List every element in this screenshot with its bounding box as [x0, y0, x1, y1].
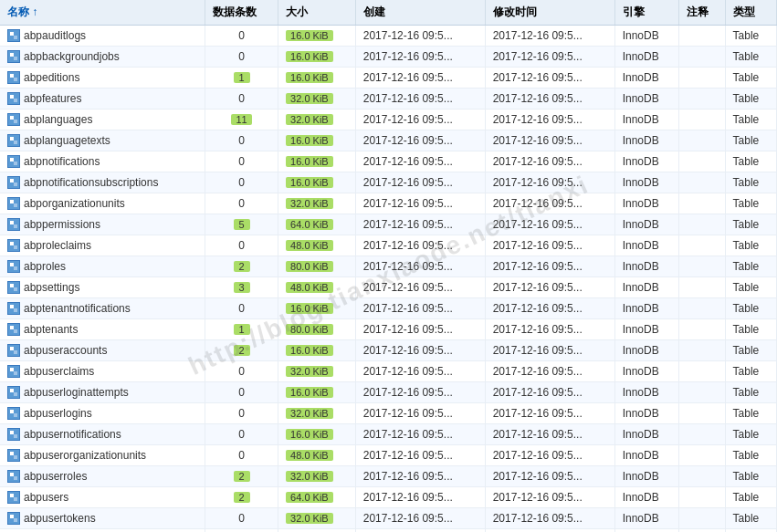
cell-name: abpnotifications — [0, 151, 205, 172]
cell-engine: InnoDB — [614, 382, 678, 403]
cell-created: 2017-12-16 09:5... — [355, 256, 485, 277]
table-row[interactable]: abpuseraccounts216.0 KiB2017-12-16 09:5.… — [0, 340, 777, 361]
table-row[interactable]: abporganizationunits032.0 KiB2017-12-16 … — [0, 193, 777, 214]
row-count: 0 — [238, 407, 245, 420]
cell-name: abplanguages — [0, 110, 205, 130]
table-row[interactable]: abplanguagetexts016.0 KiB2017-12-16 09:5… — [0, 130, 777, 151]
cell-created: 2017-12-16 09:5... — [355, 298, 485, 319]
table-row[interactable]: abppermissions564.0 KiB2017-12-16 09:5..… — [0, 214, 777, 235]
table-name: abpusers — [24, 491, 68, 504]
table-row[interactable]: abpnotificationsubscriptions016.0 KiB201… — [0, 172, 777, 193]
table-row[interactable]: abpuserclaims032.0 KiB2017-12-16 09:5...… — [0, 361, 777, 382]
col-header-rows[interactable]: 数据条数 — [205, 0, 278, 26]
table-name: abppermissions — [24, 218, 100, 231]
col-header-type[interactable]: 类型 — [725, 0, 776, 26]
cell-created: 2017-12-16 09:5... — [355, 151, 485, 172]
cell-type: Table — [725, 424, 776, 445]
cell-engine: InnoDB — [614, 89, 678, 110]
table-row[interactable]: abpuserloginattempts016.0 KiB2017-12-16 … — [0, 382, 777, 403]
cell-rows: 0 — [205, 151, 278, 172]
cell-size: 16.0 KiB — [278, 424, 356, 445]
cell-created: 2017-12-16 09:5... — [355, 340, 485, 361]
table-icon — [7, 71, 20, 84]
table-name: abporganizationunits — [24, 197, 125, 210]
col-header-engine[interactable]: 引擎 — [614, 0, 678, 26]
cell-engine: InnoDB — [614, 277, 678, 298]
cell-created: 2017-12-16 09:5... — [355, 382, 485, 403]
col-header-name[interactable]: 名称 ↑ — [0, 0, 205, 26]
cell-comment — [679, 151, 726, 172]
cell-comment — [679, 403, 726, 424]
cell-engine: InnoDB — [614, 529, 678, 533]
table-row[interactable]: abplanguages1132.0 KiB2017-12-16 09:5...… — [0, 110, 777, 130]
cell-comment — [679, 508, 726, 529]
col-header-created[interactable]: 创建 — [355, 0, 485, 26]
cell-size: 16.0 KiB — [278, 382, 356, 403]
cell-size: 48.0 KiB — [278, 277, 356, 298]
cell-created: 2017-12-16 09:5... — [355, 403, 485, 424]
table-row[interactable]: abpusers264.0 KiB2017-12-16 09:5...2017-… — [0, 487, 777, 508]
cell-type: Table — [725, 466, 776, 487]
cell-comment — [679, 256, 726, 277]
cell-modified: 2017-12-16 09:5... — [485, 382, 614, 403]
cell-name: abptenantnotifications — [0, 298, 205, 319]
row-count: 0 — [238, 239, 245, 252]
table-name: abproles — [24, 260, 66, 273]
cell-engine: InnoDB — [614, 424, 678, 445]
size-badge: 80.0 KiB — [286, 261, 333, 272]
table-row[interactable]: abpauditlogs016.0 KiB2017-12-16 09:5...2… — [0, 26, 777, 47]
size-badge: 16.0 KiB — [286, 429, 333, 440]
cell-rows: 2 — [205, 487, 278, 508]
table-row[interactable]: abpuserlogins032.0 KiB2017-12-16 09:5...… — [0, 403, 777, 424]
size-badge: 32.0 KiB — [286, 408, 333, 419]
cell-size: 16.0 KiB — [278, 26, 356, 47]
table-row[interactable]: abpnotifications016.0 KiB2017-12-16 09:5… — [0, 151, 777, 172]
cell-engine: InnoDB — [614, 298, 678, 319]
cell-modified: 2017-12-16 09:5... — [485, 487, 614, 508]
col-header-modified[interactable]: 修改时间 — [485, 0, 614, 26]
table-icon — [7, 344, 20, 357]
row-count: 0 — [238, 428, 245, 441]
size-badge: 16.0 KiB — [286, 51, 333, 62]
table-row[interactable]: abptenantnotifications016.0 KiB2017-12-1… — [0, 298, 777, 319]
table-icon — [7, 197, 20, 210]
row-count-badge: 1 — [234, 324, 250, 335]
cell-engine: InnoDB — [614, 445, 678, 466]
table-name: abpnotifications — [24, 155, 100, 168]
cell-size: 48.0 KiB — [278, 445, 356, 466]
cell-size: 64.0 KiB — [278, 214, 356, 235]
table-row[interactable]: abpusernotifications016.0 KiB2017-12-16 … — [0, 424, 777, 445]
table-row[interactable]: _efmigrationshistory516.0 KiB2017-12-16 … — [0, 529, 777, 533]
table-icon — [7, 491, 20, 504]
row-count: 0 — [238, 50, 245, 63]
table-icon — [7, 176, 20, 189]
col-header-comment[interactable]: 注释 — [679, 0, 726, 26]
row-count-badge: 11 — [231, 114, 251, 125]
table-row[interactable]: abproleclaims048.0 KiB2017-12-16 09:5...… — [0, 235, 777, 256]
cell-size: 16.0 KiB — [278, 130, 356, 151]
table-row[interactable]: abptenants180.0 KiB2017-12-16 09:5...201… — [0, 319, 777, 340]
cell-rows: 11 — [205, 110, 278, 130]
table-row[interactable]: abpfeatures032.0 KiB2017-12-16 09:5...20… — [0, 89, 777, 110]
table-row[interactable]: abpusertokens032.0 KiB2017-12-16 09:5...… — [0, 508, 777, 529]
row-count-badge: 2 — [234, 492, 250, 503]
table-icon — [7, 512, 20, 525]
table-row[interactable]: abproles280.0 KiB2017-12-16 09:5...2017-… — [0, 256, 777, 277]
col-header-size[interactable]: 大小 — [278, 0, 356, 26]
table-row[interactable]: abpbackgroundjobs016.0 KiB2017-12-16 09:… — [0, 47, 777, 68]
size-badge: 16.0 KiB — [286, 177, 333, 188]
table-row[interactable]: abpuserroles232.0 KiB2017-12-16 09:5...2… — [0, 466, 777, 487]
cell-type: Table — [725, 89, 776, 110]
table-row[interactable]: abpuserorganizationunits048.0 KiB2017-12… — [0, 445, 777, 466]
row-count-badge: 5 — [234, 219, 250, 230]
cell-modified: 2017-12-16 09:5... — [485, 110, 614, 130]
cell-engine: InnoDB — [614, 214, 678, 235]
cell-created: 2017-12-16 09:5... — [355, 361, 485, 382]
cell-type: Table — [725, 508, 776, 529]
cell-comment — [679, 529, 726, 533]
table-row[interactable]: abpsettings348.0 KiB2017-12-16 09:5...20… — [0, 277, 777, 298]
table-row[interactable]: abpeditions116.0 KiB2017-12-16 09:5...20… — [0, 68, 777, 89]
cell-size: 48.0 KiB — [278, 235, 356, 256]
cell-modified: 2017-12-16 09:5... — [485, 466, 614, 487]
cell-engine: InnoDB — [614, 235, 678, 256]
